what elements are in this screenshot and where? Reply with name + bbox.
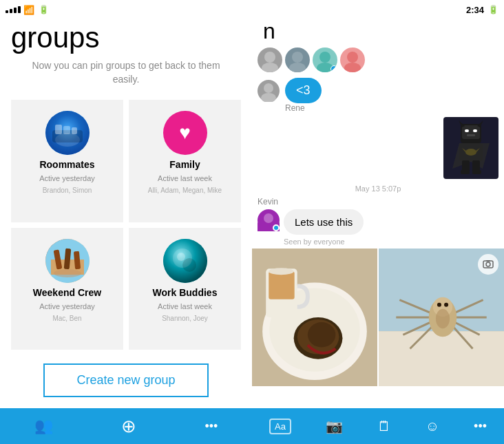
subtitle: Now you can pin groups to get back to th… [0,54,252,92]
signal-icons [6,6,21,13]
svg-point-69 [486,262,490,266]
message-row: Lets use this [252,207,504,237]
camera-overlay-icon[interactable] [478,254,498,275]
battery-icon-left: 🔋 [39,5,49,14]
svg-rect-30 [465,129,469,132]
kevin-label: Kevin [252,195,504,207]
heart-message-row: <3 [252,75,504,103]
svg-point-22 [347,52,358,63]
svg-point-43 [264,213,273,223]
group-name-work: Work Buddies [153,287,218,298]
rene-name: Rene [252,103,504,114]
more-dots-icon-left[interactable]: ••• [204,419,218,434]
svg-point-16 [264,52,275,63]
work-avatar-img [163,239,207,283]
group-card-family[interactable]: ♥ Family Active last week Alli, Adam, Me… [129,100,241,222]
group-members-family: Alli, Adam, Megan, Mike [148,187,222,194]
avatar-family: ♥ [163,111,207,155]
group-status-weekend: Active yesterday [39,302,95,310]
avatar-2 [285,47,310,72]
camera-icon-bottom[interactable]: 📷 [326,418,343,434]
seen-by-label: Seen by everyone [252,237,504,249]
wifi-icon: 📶 [23,5,34,15]
camera-svg [483,259,494,270]
create-btn-container: Create new group [0,358,252,408]
svg-point-19 [289,63,306,72]
sticker-icon[interactable]: 🗒 [377,419,391,434]
svg-point-23 [344,63,361,72]
group-name-family: Family [169,159,200,170]
batman-svg [447,120,495,176]
group-members-weekend: Mac, Ben [52,315,81,322]
batman-row [252,114,504,182]
group-name-roommates: Roommates [39,159,94,170]
group-members-work: Shannon, Joey [162,315,208,322]
svg-point-67 [436,309,450,328]
svg-point-18 [292,52,303,63]
avatar-weekend [45,239,90,283]
svg-point-15 [177,253,185,261]
svg-rect-31 [473,129,477,132]
page-title: groups [0,19,252,54]
emoji-icon[interactable]: ☺ [426,419,439,434]
left-panel: 📶 🔋 groups Now you can pin groups to get… [0,0,252,444]
avatar-1 [258,47,282,72]
chat-title-partial: n [258,19,281,45]
status-bar-left: 📶 🔋 [0,0,252,19]
status-bar-right: 2:34 🔋 [252,0,504,19]
svg-point-25 [261,93,276,102]
svg-rect-32 [467,134,475,136]
rene-avatar [258,80,280,102]
signal-bar-2 [10,9,12,13]
avatar-roommates [45,111,90,155]
svg-rect-40 [461,170,470,174]
svg-point-52 [269,268,293,275]
svg-point-24 [264,83,273,93]
group-status-work: Active last week [158,302,212,310]
avatar-3 [313,47,337,72]
group-card-roommates[interactable]: Roommates Active yesterday Brandon, Simo… [11,100,123,222]
avatars-row [252,45,504,75]
roommates-avatar-img [45,111,90,155]
group-status-family: Active last week [158,174,212,182]
groups-grid: Roommates Active yesterday Brandon, Simo… [0,92,252,358]
add-icon[interactable]: ⊕ [121,416,136,437]
svg-rect-70 [486,260,490,262]
bottom-bar-right: Aa 📷 🗒 ☺ ••• [252,408,504,444]
more-dots-icon-right[interactable]: ••• [474,419,487,434]
create-new-group-button[interactable]: Create new group [43,363,209,397]
spider-photo[interactable] [379,249,504,386]
heart-icon: ♥ [179,122,191,144]
type-icon[interactable]: Aa [269,419,291,434]
bottom-bar-left: 👥 ⊕ ••• [0,408,252,444]
signal-bar-4 [18,6,21,13]
group-people-icon[interactable]: 👥 [34,417,53,435]
avatar-work [163,239,207,283]
svg-rect-5 [72,127,77,134]
timestamp: May 13 5:07p [252,182,504,195]
svg-point-49 [308,322,335,347]
time-display: 2:34 [466,5,484,15]
svg-rect-51 [269,271,294,299]
group-status-roommates: Active yesterday [39,174,95,182]
batman-image [443,117,498,179]
svg-rect-4 [63,126,70,134]
svg-point-20 [319,52,330,63]
svg-marker-37 [452,143,490,169]
weekend-avatar-img [45,239,90,283]
group-card-weekend[interactable]: Weekend Crew Active yesterday Mac, Ben [11,228,123,350]
food-photo[interactable] [252,249,377,386]
battery-icon-right: 🔋 [488,5,498,14]
kevin-avatar [258,209,280,231]
group-name-weekend: Weekend Crew [33,287,101,298]
chat-scroll[interactable]: n <3 Rene [252,19,504,408]
svg-point-14 [182,258,196,272]
group-members-roommates: Brandon, Simon [43,187,92,194]
group-card-work[interactable]: Work Buddies Active last week Shannon, J… [129,228,241,350]
svg-point-17 [262,63,278,72]
signal-bar-1 [6,10,8,13]
message-bubble: Lets use this [284,209,364,235]
online-indicator [330,65,337,72]
svg-rect-27 [462,125,480,139]
photos-row [252,249,504,386]
